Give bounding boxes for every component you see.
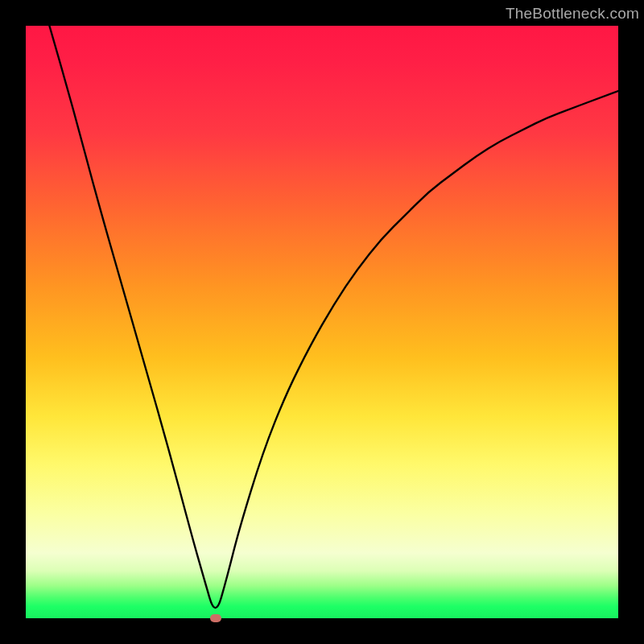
minimum-marker [210, 614, 221, 622]
chart-frame: TheBottleneck.com [0, 0, 644, 644]
watermark-label: TheBottleneck.com [506, 5, 639, 23]
bottleneck-curve [26, 26, 618, 618]
plot-area [26, 26, 618, 618]
